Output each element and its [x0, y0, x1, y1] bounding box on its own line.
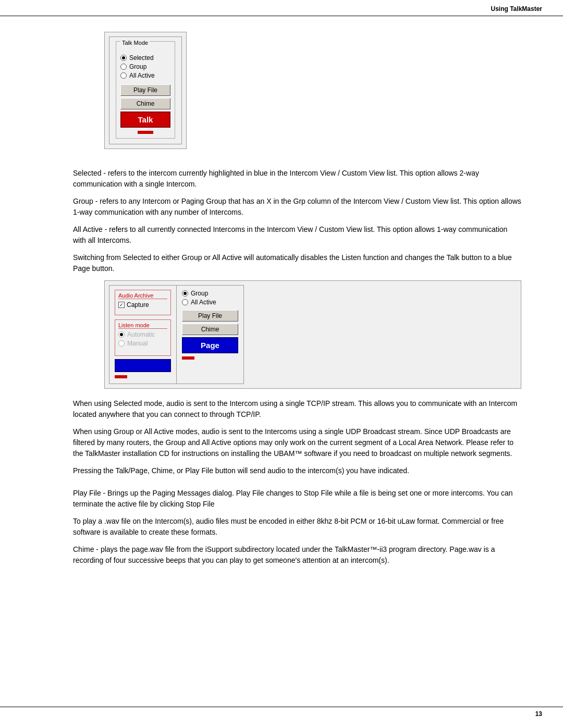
- play-file-button-right[interactable]: Play File: [182, 310, 238, 322]
- radio-circle-allactive: [120, 72, 127, 79]
- radio-circle-group: [120, 64, 127, 70]
- page-number: 13: [535, 710, 542, 718]
- chime-button-right[interactable]: Chime: [182, 324, 238, 335]
- header-title: Using TalkMaster: [491, 5, 542, 13]
- page-header: Using TalkMaster: [0, 0, 563, 16]
- listen-mode-border: Listen mode Automatic Manual: [115, 319, 171, 356]
- radio-selected-label: Selected: [129, 54, 154, 61]
- radio-circle-group-right: [182, 290, 188, 297]
- paragraph-8: Play File - Brings up the Paging Message…: [73, 488, 521, 510]
- audio-archive-border: Audio Archive ✓ Capture: [115, 290, 171, 315]
- audio-archive-section: Audio Archive ✓ Capture: [115, 290, 171, 315]
- red-indicator-bar: [138, 131, 153, 134]
- paragraph-10: Chime - plays the page.wav file from the…: [73, 544, 521, 566]
- blue-button-left[interactable]: [115, 359, 171, 372]
- page-container: Using TalkMaster Talk Mode Selected: [0, 0, 563, 728]
- left-panel: Audio Archive ✓ Capture Listen mode: [109, 285, 177, 384]
- talk-mode-title: Talk Mode: [120, 45, 170, 51]
- talk-mode-radio-group: Selected Group All Active: [120, 54, 170, 79]
- capture-checkbox[interactable]: ✓: [118, 302, 125, 308]
- spacer: [73, 483, 521, 488]
- second-screenshot-container: Audio Archive ✓ Capture Listen mode: [73, 280, 521, 389]
- talk-mode-border: Talk Mode Selected Group: [116, 41, 175, 139]
- paragraph-5: When using Selected mode, audio is sent …: [73, 398, 521, 420]
- talk-button[interactable]: Talk: [120, 112, 170, 128]
- page-footer: 13: [0, 707, 563, 718]
- radio-group-right-label: Group: [191, 290, 208, 297]
- radio-allactive[interactable]: All Active: [120, 72, 170, 79]
- paragraph-4: Switching from Selected to either Group …: [73, 252, 521, 274]
- first-screenshot-box: Talk Mode Selected Group: [104, 32, 187, 149]
- red-bar-left: [115, 375, 127, 378]
- paragraph-1: Selected - refers to the intercom curren…: [73, 168, 521, 190]
- red-bar-right: [182, 356, 194, 360]
- radio-allactive-right-label: All Active: [191, 299, 216, 306]
- radio-circle-automatic: [118, 331, 125, 338]
- right-panel: Group All Active Play File Chime Page: [176, 285, 244, 384]
- capture-label: Capture: [127, 301, 149, 309]
- page-button[interactable]: Page: [182, 337, 238, 353]
- radio-circle-selected: [120, 55, 127, 61]
- paragraph-9: To play a .wav file on the Intercom(s), …: [73, 516, 521, 538]
- right-radio-group: Group All Active: [182, 290, 238, 306]
- paragraph-6: When using Group or All Active modes, au…: [73, 426, 521, 459]
- listen-mode-title: Listen mode: [118, 322, 167, 329]
- radio-manual[interactable]: Manual: [118, 340, 167, 347]
- blue-button-area-left: [115, 359, 171, 378]
- radio-allactive-right[interactable]: All Active: [182, 299, 238, 306]
- radio-circle-allactive-right: [182, 299, 188, 305]
- radio-group-label: Group: [129, 63, 146, 70]
- audio-archive-title: Audio Archive: [118, 292, 167, 299]
- radio-automatic[interactable]: Automatic: [118, 331, 167, 338]
- paragraph-3: All Active - refers to all currently con…: [73, 224, 521, 246]
- second-screenshot-box: Audio Archive ✓ Capture Listen mode: [104, 280, 521, 389]
- capture-checkbox-item[interactable]: ✓ Capture: [118, 301, 167, 309]
- listen-mode-section: Listen mode Automatic Manual: [115, 319, 171, 356]
- paragraph-2: Group - refers to any Intercom or Paging…: [73, 196, 521, 218]
- chime-button[interactable]: Chime: [120, 98, 170, 109]
- first-screenshot-container: Talk Mode Selected Group: [73, 32, 521, 158]
- radio-selected[interactable]: Selected: [120, 54, 170, 61]
- play-file-button[interactable]: Play File: [120, 84, 170, 96]
- listen-mode-radio-group: Automatic Manual: [118, 331, 167, 347]
- radio-allactive-label: All Active: [129, 72, 155, 79]
- radio-automatic-label: Automatic: [127, 331, 155, 338]
- radio-circle-manual: [118, 340, 125, 347]
- main-content: Talk Mode Selected Group: [0, 16, 563, 588]
- radio-group-right[interactable]: Group: [182, 290, 238, 297]
- talk-mode-panel: Talk Mode Selected Group: [109, 36, 182, 144]
- radio-manual-label: Manual: [127, 340, 148, 347]
- radio-group-item[interactable]: Group: [120, 63, 170, 70]
- paragraph-7: Pressing the Talk/Page, Chime, or Play F…: [73, 465, 521, 476]
